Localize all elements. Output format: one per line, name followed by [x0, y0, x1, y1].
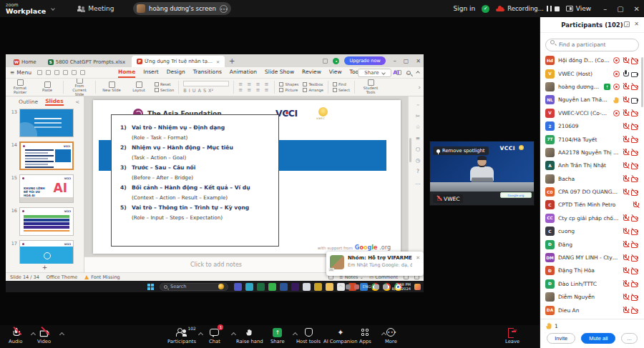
- ribbon-button[interactable]: Student Tools: [359, 79, 382, 94]
- participant-row[interactable]: VVWEC (Host): [540, 67, 644, 80]
- add-slide-button[interactable]: +: [6, 264, 84, 272]
- maximize-button[interactable]: ▢: [617, 5, 623, 13]
- ribbon-tab-view[interactable]: View: [329, 67, 342, 78]
- chevron-up-icon[interactable]: [198, 332, 203, 337]
- stop-recording-button[interactable]: [555, 6, 560, 11]
- notification-icon[interactable]: [414, 284, 421, 290]
- font-missing-warning[interactable]: Font Missing: [84, 274, 119, 280]
- font-style-glyph[interactable]: A: [197, 88, 200, 94]
- ribbon-button[interactable]: Picture: [279, 88, 298, 92]
- ribbon-tab-transitions[interactable]: Transitions: [193, 67, 222, 78]
- ribbon-tab-design[interactable]: Design: [167, 67, 185, 78]
- slide-thumbnail[interactable]: 13: [6, 109, 84, 137]
- mail-icon[interactable]: [303, 283, 311, 291]
- tray-expand-icon[interactable]: [338, 284, 343, 289]
- right-tool-icons[interactable]: –✂☆≡○◷?…: [412, 96, 424, 272]
- language-indicator[interactable]: ENG: [363, 284, 371, 289]
- wps-tab-close-icon[interactable]: ✕: [216, 59, 220, 64]
- ribbon-button[interactable]: Shapes: [279, 82, 298, 86]
- participant-row[interactable]: AAnh Trần Thị Nhật: [540, 159, 644, 172]
- participants-list[interactable]: HđHội đồng D... (Co-host, me)VVWEC (Host…: [540, 54, 644, 319]
- new-tab-button[interactable]: +: [229, 57, 235, 65]
- ribbon-button[interactable]: Select: [333, 88, 350, 92]
- collapse-panel-icon[interactable]: <: [75, 99, 79, 105]
- close-panel-icon[interactable]: ✕: [634, 21, 639, 27]
- paragraph-controls[interactable]: ≡ ≡ ≡ ≡≡ ≡ ≡ ≡: [238, 82, 270, 92]
- settings-icon[interactable]: [314, 283, 322, 291]
- current-slide[interactable]: The Asia Foundation VCCI VWEC 1)Vai trò …: [93, 100, 401, 254]
- slide-thumbnail-image[interactable]: VCCIKHUNG LỆNH ĐỂ TỐI ƯU HÓA AIAI: [19, 174, 74, 203]
- participant-row[interactable]: Bacha: [540, 172, 644, 185]
- sign-in-link[interactable]: Sign in: [453, 5, 475, 12]
- windows-start-icon[interactable]: [147, 284, 154, 290]
- word-icon[interactable]: [280, 283, 288, 291]
- font-style-glyph[interactable]: S: [203, 88, 206, 94]
- font-style-glyph[interactable]: B: [183, 88, 186, 94]
- collapse-ribbon-icon[interactable]: [416, 71, 420, 75]
- wps-document-tab[interactable]: PỨng dụng Trí tuệ nhân tạo (AI...✕: [132, 56, 225, 67]
- participant-row[interactable]: VVWEC-VCCI (Co-host): [540, 106, 644, 119]
- workspace-icon[interactable]: [323, 59, 328, 64]
- participant-row[interactable]: ĐĐăng: [540, 238, 644, 251]
- volume-icon[interactable]: [383, 284, 388, 289]
- tray-icon[interactable]: [346, 284, 351, 289]
- slide-thumbnail-image[interactable]: VCCI: [19, 141, 74, 170]
- chevron-up-icon[interactable]: [59, 332, 64, 337]
- premiere-icon[interactable]: [291, 283, 299, 291]
- tab-outline[interactable]: Outline: [19, 99, 38, 105]
- account-avatar[interactable]: •: [333, 58, 339, 64]
- participant-row[interactable]: 2210609: [540, 119, 644, 132]
- viewing-screen-pill[interactable]: hoàng dương's screen •••: [133, 2, 231, 15]
- upgrade-now-button[interactable]: Upgrade now: [344, 56, 385, 65]
- ribbon-button[interactable]: New Slide: [100, 81, 123, 93]
- mic-tray-icon[interactable]: [354, 284, 359, 289]
- toast-close-icon[interactable]: ✕: [416, 255, 420, 261]
- more-options-button[interactable]: ...: [621, 333, 637, 344]
- list-scrollbar[interactable]: [641, 57, 643, 107]
- chevron-up-icon[interactable]: [31, 332, 36, 337]
- popout-icon[interactable]: ↗: [624, 21, 630, 27]
- toolbar-audio[interactable]: Audio: [9, 327, 22, 344]
- wps-document-tab[interactable]: S5800 ChatGPT Prompts.xlsx: [43, 56, 130, 67]
- font-style-glyph[interactable]: I: [189, 88, 190, 94]
- ribbon-button[interactable]: Format Painter: [9, 79, 31, 94]
- toolbar-more[interactable]: •••More: [385, 327, 397, 344]
- toolbar-chat[interactable]: 1Chat: [209, 327, 220, 344]
- mute-all-button[interactable]: Mute all: [581, 333, 615, 344]
- ribbon-button[interactable]: From Current Slide: [68, 79, 91, 96]
- toolbar-raise-hand[interactable]: Raise hand: [236, 327, 263, 344]
- comment-icon[interactable]: [396, 70, 401, 75]
- participant-row[interactable]: AA2178 Nguyễn Thị Dạ Hợp: [540, 146, 644, 159]
- participant-row[interactable]: DADieu An: [540, 304, 644, 317]
- teams-icon[interactable]: [234, 283, 242, 291]
- wps-document-tab[interactable]: WHome: [9, 56, 42, 67]
- font-style-buttons[interactable]: BIUASX²: [183, 88, 229, 94]
- chat-notification-toast[interactable]: Nhóm: Hỗ trợ VIFARMERS_IPSC Em Nhật Tùng…: [326, 252, 424, 276]
- ribbon-button[interactable]: Layout: [127, 81, 150, 93]
- toolbar-host-tools[interactable]: Host tools: [296, 327, 321, 344]
- participant-row[interactable]: ĐĐặng Thị Hòa: [540, 264, 644, 277]
- close-button[interactable]: ✕: [634, 5, 640, 13]
- folder-icon[interactable]: [326, 283, 333, 291]
- toolbar-apps[interactable]: Apps: [359, 327, 371, 344]
- theme-label[interactable]: Office Theme: [47, 274, 77, 280]
- taskbar-clock[interactable]: 2:48 PM 8/14/2024: [391, 282, 411, 291]
- ribbon-button[interactable]: Find: [333, 82, 350, 86]
- participant-row[interactable]: DMDANG MY LINH - Cty Bút Thuê ...: [540, 251, 644, 264]
- vertical-scrollbar[interactable]: [409, 96, 412, 272]
- tab-meeting[interactable]: Meeting: [77, 5, 114, 12]
- font-style-glyph[interactable]: X²: [208, 88, 213, 94]
- remove-spotlight-button[interactable]: Remove spotlight: [433, 146, 489, 155]
- ribbon-button[interactable]: Paste: [36, 81, 59, 93]
- wifi-icon[interactable]: [374, 284, 379, 289]
- toolbar-video[interactable]: Video: [37, 327, 51, 344]
- more-menu-icon[interactable]: …: [406, 69, 412, 76]
- wps-minimize-button[interactable]: –: [394, 58, 396, 64]
- participant-row[interactable]: NLNguyễn Lan Thảo-Minh Tâm: [540, 94, 644, 106]
- ribbon-tab-home[interactable]: Home: [118, 67, 135, 78]
- ribbon-button[interactable]: Section: [155, 88, 174, 92]
- slide-thumbnail-image[interactable]: [19, 109, 74, 137]
- ribbon-tab-animation[interactable]: Animation: [230, 67, 257, 78]
- toolbar-ai-companion[interactable]: ✦AI Companion: [323, 327, 357, 344]
- slide-thumbnail-image[interactable]: VCCI: [19, 240, 74, 264]
